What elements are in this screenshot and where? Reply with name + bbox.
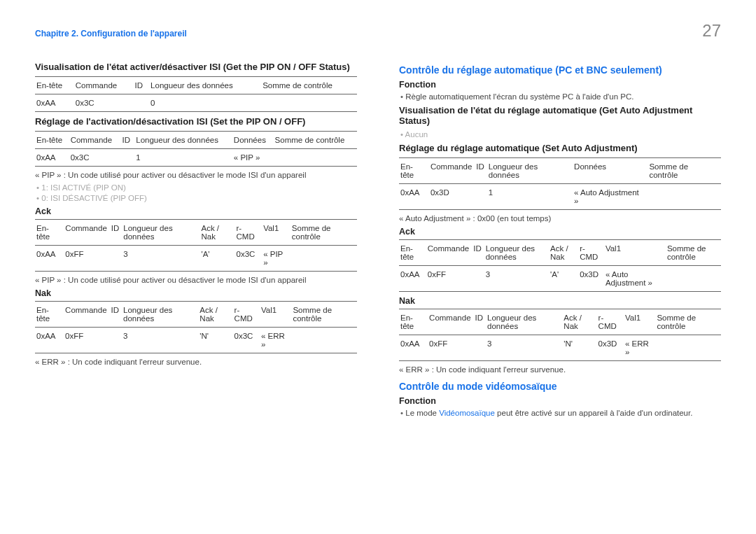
th: Somme de contrôle	[648, 158, 721, 184]
th: Longueur des données	[122, 302, 198, 328]
th: Longueur des données	[134, 132, 232, 149]
td: 0x3D	[429, 184, 475, 210]
right-nak-table: En-tête Commande ID Longueur des données…	[399, 309, 721, 361]
td	[666, 266, 721, 292]
td: 'A'	[200, 246, 235, 272]
th: Longueur des données	[149, 77, 261, 94]
page-header: Chapitre 2. Configuration de l'appareil …	[35, 21, 721, 41]
td	[121, 149, 135, 167]
right-sec1-title3: Réglage du réglage automatique (Set Auto…	[399, 143, 721, 153]
right-sec1-fonction: Fonction	[399, 80, 721, 90]
td: 0xFF	[426, 266, 472, 292]
td: « ERR »	[260, 328, 291, 353]
td: 0x3D	[578, 266, 604, 292]
td: 'N'	[198, 328, 232, 353]
th: ID	[472, 240, 484, 266]
td	[261, 94, 357, 112]
td: 1	[487, 184, 573, 210]
td: 0xFF	[428, 335, 473, 361]
table-row: 0xAA 0xFF 3 'N' 0x3D « ERR »	[399, 335, 721, 361]
th: ID	[475, 158, 487, 184]
th: Ack / Nak	[200, 220, 235, 246]
th: En-tête	[35, 132, 69, 149]
td	[110, 246, 122, 272]
td: « Auto Adjustment »	[573, 184, 648, 210]
td: 0xAA	[399, 335, 428, 361]
chapter-title: Chapitre 2. Configuration de l'appareil	[35, 29, 187, 38]
td: 3	[122, 328, 198, 353]
th: ID	[133, 77, 149, 94]
table-row: 0xAA 0x3D 1 « Auto Adjustment »	[399, 184, 721, 210]
right-sec1-title2: Visualisation de l'état du réglage autom…	[399, 105, 721, 126]
right-sec1-aucun: Aucun	[400, 130, 721, 139]
right-sec1-bullet1: Règle automatiquement l'écran du système…	[400, 92, 721, 101]
left-ack-table: En-tête Commande ID Longueur des données…	[35, 219, 357, 272]
td: 0x3C	[69, 149, 121, 167]
th: Ack / Nak	[549, 240, 578, 266]
bullet-link[interactable]: Vidéomosaïque	[439, 409, 495, 417]
th: Données	[232, 132, 274, 149]
table-row: 0xAA 0xFF 3 'A' 0x3D « Auto Adjustment »	[399, 266, 721, 292]
right-column: Contrôle du réglage automatique (PC et B…	[399, 57, 721, 419]
table-row: 0xAA 0xFF 3 'N' 0x3C « ERR »	[35, 328, 357, 353]
left-sec2-bullet2: 0: ISI DÉSACTIVÉ (PIP OFF)	[36, 194, 357, 202]
td: 0xFF	[64, 246, 109, 272]
td: 'N'	[562, 335, 596, 361]
right-ack-table: En-tête Commande ID Longueur des données…	[399, 239, 721, 292]
th: En-tête	[399, 158, 429, 184]
th: En-tête	[399, 240, 426, 266]
td: 0x3D	[597, 335, 624, 361]
left-sec2-bullet1: 1: ISI ACTIVÉ (PIP ON)	[36, 183, 357, 192]
td: 3	[486, 335, 562, 361]
th: Longueur des données	[486, 309, 562, 335]
td	[133, 94, 149, 112]
th: Ack / Nak	[198, 302, 232, 328]
th: En-tête	[35, 77, 74, 94]
td: « ERR »	[624, 335, 655, 361]
th: ID	[110, 220, 122, 246]
td	[291, 328, 357, 353]
td: « PIP »	[232, 149, 274, 167]
td: « PIP »	[262, 246, 290, 272]
td: 0xAA	[35, 246, 64, 272]
table-row: 0xAA 0xFF 3 'A' 0x3C « PIP »	[35, 246, 357, 272]
th: En-tête	[35, 220, 64, 246]
td	[655, 335, 721, 361]
td	[274, 149, 357, 167]
bullet-text-pre: Le mode	[405, 409, 439, 417]
td: 0	[149, 94, 261, 112]
th: Données	[573, 158, 648, 184]
right-sec1-note: « Auto Adjustment » : 0x00 (en tout temp…	[399, 214, 721, 223]
right-nak-note: « ERR » : Un code indiquant l'erreur sur…	[399, 365, 721, 374]
th: r-CMD	[597, 309, 624, 335]
th: Longueur des données	[122, 220, 200, 246]
th: Val1	[262, 220, 290, 246]
right-ack-title: Ack	[399, 227, 721, 237]
left-sec2-table: En-tête Commande ID Longueur des données…	[35, 131, 357, 167]
th: r-CMD	[233, 302, 260, 328]
th: Ack / Nak	[562, 309, 596, 335]
left-ack-title: Ack	[35, 206, 357, 216]
td	[472, 266, 484, 292]
th: En-tête	[35, 302, 64, 328]
td	[474, 335, 486, 361]
left-sec2-note: « PIP » : Un code utilisé pour activer o…	[35, 171, 357, 179]
table-row: 0xAA 0x3C 0	[35, 94, 357, 112]
right-sec1-table: En-tête Commande ID Longueur des données…	[399, 157, 721, 210]
th: Commande	[74, 77, 134, 94]
td: 0x3C	[74, 94, 134, 112]
left-sec1-table: En-tête Commande ID Longueur des données…	[35, 76, 357, 112]
th: Somme de contrôle	[274, 132, 357, 149]
bullet-text-post: peut être activé sur un appareil à l'aid…	[495, 409, 693, 417]
page-number: 27	[702, 21, 721, 41]
th: Val1	[624, 309, 655, 335]
th: ID	[121, 132, 135, 149]
right-sec2-h3: Contrôle du mode vidéomosaïque	[399, 381, 721, 392]
th: Commande	[64, 220, 109, 246]
td	[290, 246, 357, 272]
td: 0x3C	[235, 246, 262, 272]
right-sec1-h3: Contrôle du réglage automatique (PC et B…	[399, 64, 721, 76]
right-nak-title: Nak	[399, 296, 721, 306]
th: Somme de contrôle	[261, 77, 357, 94]
th: En-tête	[399, 309, 428, 335]
